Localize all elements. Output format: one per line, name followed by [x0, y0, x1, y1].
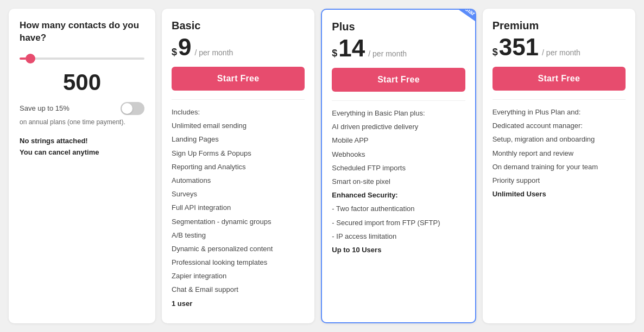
page-wrapper: How many contacts do you have? 500 Save …: [0, 0, 644, 332]
price-amount-premium: 351: [499, 35, 539, 59]
start-free-btn-premium[interactable]: Start Free: [493, 67, 626, 91]
feature-item: Segmentation - dynamic groups: [172, 217, 305, 227]
slider-wrapper: [20, 52, 144, 62]
plan-card-plus: PopularPlus$14/ per monthStart FreeEvery…: [321, 9, 476, 323]
feature-item: Unlimited Users: [493, 189, 626, 199]
divider-premium: [493, 99, 626, 100]
cards-wrapper: Basic$9/ per monthStart FreeIncludes:Unl…: [162, 9, 635, 323]
feature-item: - Secured import from FTP (SFTP): [332, 218, 465, 228]
feature-item: Unlimited email sending: [172, 121, 305, 131]
feature-item: Zapier integration: [172, 271, 305, 281]
contacts-question: How many contacts do you have?: [20, 20, 144, 44]
feature-item: Automations: [172, 176, 305, 186]
feature-item: Everything in Plus Plan and:: [493, 107, 626, 117]
contacts-slider[interactable]: [20, 58, 144, 60]
annual-toggle[interactable]: [121, 102, 144, 115]
feature-item: Enhanced Security:: [332, 190, 465, 200]
plan-name-basic: Basic: [172, 20, 305, 32]
price-amount-plus: 14: [338, 36, 365, 60]
price-period-basic: / per month: [195, 48, 233, 57]
price-period-premium: / per month: [542, 48, 580, 57]
plan-name-premium: Premium: [493, 20, 626, 32]
feature-item: Everything in Basic Plan plus:: [332, 108, 465, 118]
feature-item: Reporting and Analytics: [172, 162, 305, 172]
plan-card-premium: Premium$351/ per monthStart FreeEverythi…: [483, 9, 635, 323]
divider-plus: [332, 100, 465, 101]
feature-item: Chat & Email support: [172, 285, 305, 295]
price-symbol-plus: $: [332, 48, 337, 59]
plan-card-basic: Basic$9/ per monthStart FreeIncludes:Unl…: [162, 9, 314, 323]
feature-item: Scheduled FTP imports: [332, 163, 465, 173]
feature-item: - Two factor authentication: [332, 204, 465, 214]
feature-item: Includes:: [172, 107, 305, 117]
start-free-btn-basic[interactable]: Start Free: [172, 67, 305, 91]
feature-item: Professional looking templates: [172, 258, 305, 267]
features-list-premium: Everything in Plus Plan and:Dedicated ac…: [493, 107, 626, 199]
plan-price-row-premium: $351/ per month: [493, 35, 626, 59]
annual-savings-label: Save up to 15%: [20, 104, 70, 112]
price-period-plus: / per month: [368, 49, 407, 58]
annual-toggle-row: Save up to 15%: [20, 102, 144, 115]
plan-price-row-plus: $14/ per month: [332, 36, 465, 60]
feature-item: A/B testing: [172, 231, 305, 240]
feature-item: Up to 10 Users: [332, 245, 465, 255]
plan-price-row-basic: $9/ per month: [172, 35, 305, 59]
start-free-btn-plus[interactable]: Start Free: [332, 68, 465, 92]
feature-item: On demand training for your team: [493, 162, 626, 172]
feature-item: Landing Pages: [172, 135, 305, 144]
feature-item: Monthly report and review: [493, 149, 626, 158]
divider-basic: [172, 99, 305, 100]
feature-item: Mobile APP: [332, 136, 465, 145]
feature-item: Sign Up Forms & Popups: [172, 149, 305, 158]
feature-item: Priority support: [493, 176, 626, 186]
feature-item: - IP access limitation: [332, 232, 465, 241]
feature-item: AI driven predictive delivery: [332, 122, 465, 132]
feature-item: Surveys: [172, 189, 305, 199]
plan-name-plus: Plus: [332, 21, 465, 33]
features-list-plus: Everything in Basic Plan plus:AI driven …: [332, 108, 465, 255]
left-panel: How many contacts do you have? 500 Save …: [9, 9, 155, 323]
feature-item: Full API integration: [172, 203, 305, 213]
feature-item: Dynamic & personalized content: [172, 244, 305, 254]
feature-item: Webhooks: [332, 150, 465, 159]
contact-count-display: 500: [20, 69, 144, 95]
price-symbol-basic: $: [172, 47, 177, 58]
features-list-basic: Includes:Unlimited email sendingLanding …: [172, 107, 305, 309]
feature-item: Smart on-site pixel: [332, 177, 465, 187]
no-strings-text: No strings attached!You can cancel anyti…: [20, 136, 144, 158]
price-symbol-premium: $: [493, 47, 498, 58]
feature-item: Dedicated account manager:: [493, 121, 626, 131]
price-amount-basic: 9: [178, 35, 191, 59]
feature-item: 1 user: [172, 299, 305, 309]
annual-note: on annual plans (one time payment).: [20, 118, 144, 126]
feature-item: Setup, migration and onboarding: [493, 135, 626, 144]
toggle-knob: [122, 103, 132, 114]
